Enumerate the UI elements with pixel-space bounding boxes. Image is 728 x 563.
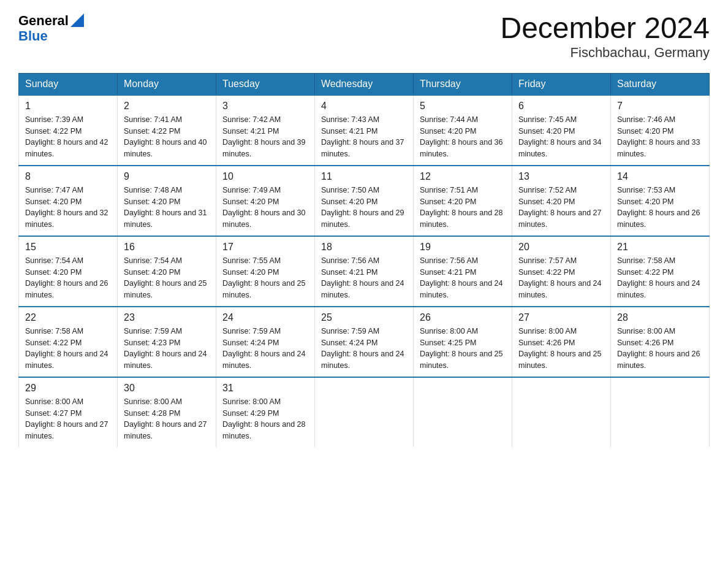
- day-info: Sunrise: 8:00 AMSunset: 4:26 PMDaylight:…: [617, 327, 700, 370]
- table-row: 14 Sunrise: 7:53 AMSunset: 4:20 PMDaylig…: [611, 166, 710, 236]
- table-row: 4 Sunrise: 7:43 AMSunset: 4:21 PMDayligh…: [315, 95, 414, 166]
- day-info: Sunrise: 8:00 AMSunset: 4:27 PMDaylight:…: [25, 397, 108, 440]
- day-info: Sunrise: 7:39 AMSunset: 4:22 PMDaylight:…: [25, 115, 108, 158]
- day-info: Sunrise: 7:58 AMSunset: 4:22 PMDaylight:…: [25, 327, 108, 370]
- table-row: 3 Sunrise: 7:42 AMSunset: 4:21 PMDayligh…: [216, 95, 315, 166]
- day-number: 25: [321, 312, 407, 323]
- day-number: 20: [518, 242, 604, 253]
- day-info: Sunrise: 8:00 AMSunset: 4:26 PMDaylight:…: [518, 327, 602, 370]
- day-info: Sunrise: 7:54 AMSunset: 4:20 PMDaylight:…: [124, 256, 207, 299]
- day-info: Sunrise: 8:00 AMSunset: 4:29 PMDaylight:…: [222, 397, 306, 440]
- day-number: 5: [420, 101, 506, 112]
- day-number: 12: [420, 171, 506, 182]
- calendar-week-row: 29 Sunrise: 8:00 AMSunset: 4:27 PMDaylig…: [19, 377, 710, 447]
- calendar-header-row: Sunday Monday Tuesday Wednesday Thursday…: [19, 73, 710, 95]
- day-info: Sunrise: 7:56 AMSunset: 4:21 PMDaylight:…: [321, 256, 404, 299]
- table-row: 9 Sunrise: 7:48 AMSunset: 4:20 PMDayligh…: [118, 166, 216, 236]
- table-row: 12 Sunrise: 7:51 AMSunset: 4:20 PMDaylig…: [414, 166, 512, 236]
- table-row: 19 Sunrise: 7:56 AMSunset: 4:21 PMDaylig…: [414, 236, 512, 307]
- day-number: 1: [25, 101, 111, 112]
- table-row: [512, 377, 611, 447]
- table-row: 11 Sunrise: 7:50 AMSunset: 4:20 PMDaylig…: [315, 166, 414, 236]
- title-section: December 2024 Fischbachau, Germany: [500, 12, 710, 61]
- day-info: Sunrise: 8:00 AMSunset: 4:28 PMDaylight:…: [124, 397, 207, 440]
- day-info: Sunrise: 7:45 AMSunset: 4:20 PMDaylight:…: [518, 115, 602, 158]
- day-number: 21: [617, 242, 703, 253]
- col-thursday: Thursday: [414, 73, 512, 95]
- day-info: Sunrise: 7:59 AMSunset: 4:23 PMDaylight:…: [124, 327, 207, 370]
- table-row: 23 Sunrise: 7:59 AMSunset: 4:23 PMDaylig…: [118, 307, 216, 377]
- day-number: 18: [321, 242, 407, 253]
- logo-general-text: General: [18, 13, 69, 29]
- table-row: 30 Sunrise: 8:00 AMSunset: 4:28 PMDaylig…: [118, 377, 216, 447]
- table-row: 25 Sunrise: 7:59 AMSunset: 4:24 PMDaylig…: [315, 307, 414, 377]
- table-row: 6 Sunrise: 7:45 AMSunset: 4:20 PMDayligh…: [512, 95, 611, 166]
- table-row: [611, 377, 710, 447]
- table-row: 28 Sunrise: 8:00 AMSunset: 4:26 PMDaylig…: [611, 307, 710, 377]
- day-info: Sunrise: 7:42 AMSunset: 4:21 PMDaylight:…: [222, 115, 306, 158]
- day-number: 9: [124, 171, 210, 182]
- day-info: Sunrise: 7:47 AMSunset: 4:20 PMDaylight:…: [25, 186, 108, 229]
- table-row: 1 Sunrise: 7:39 AMSunset: 4:22 PMDayligh…: [19, 95, 118, 166]
- day-number: 2: [124, 101, 210, 112]
- day-info: Sunrise: 7:43 AMSunset: 4:21 PMDaylight:…: [321, 115, 404, 158]
- calendar-week-row: 1 Sunrise: 7:39 AMSunset: 4:22 PMDayligh…: [19, 95, 710, 166]
- day-number: 7: [617, 101, 703, 112]
- location: Fischbachau, Germany: [500, 45, 710, 61]
- col-wednesday: Wednesday: [315, 73, 414, 95]
- page-header: General Blue December 2024 Fischbachau, …: [18, 12, 710, 61]
- day-info: Sunrise: 7:56 AMSunset: 4:21 PMDaylight:…: [420, 256, 503, 299]
- day-info: Sunrise: 7:51 AMSunset: 4:20 PMDaylight:…: [420, 186, 503, 229]
- day-number: 27: [518, 312, 604, 323]
- day-number: 30: [124, 383, 210, 394]
- logo-triangle-icon: [70, 13, 84, 27]
- day-info: Sunrise: 7:49 AMSunset: 4:20 PMDaylight:…: [222, 186, 306, 229]
- day-info: Sunrise: 8:00 AMSunset: 4:25 PMDaylight:…: [420, 327, 503, 370]
- col-tuesday: Tuesday: [216, 73, 315, 95]
- day-number: 11: [321, 171, 407, 182]
- calendar-week-row: 15 Sunrise: 7:54 AMSunset: 4:20 PMDaylig…: [19, 236, 710, 307]
- day-info: Sunrise: 7:59 AMSunset: 4:24 PMDaylight:…: [222, 327, 306, 370]
- table-row: 26 Sunrise: 8:00 AMSunset: 4:25 PMDaylig…: [414, 307, 512, 377]
- col-friday: Friday: [512, 73, 611, 95]
- logo: General Blue: [18, 12, 84, 44]
- day-info: Sunrise: 7:53 AMSunset: 4:20 PMDaylight:…: [617, 186, 700, 229]
- day-number: 6: [518, 101, 604, 112]
- day-number: 22: [25, 312, 111, 323]
- table-row: 21 Sunrise: 7:58 AMSunset: 4:22 PMDaylig…: [611, 236, 710, 307]
- day-info: Sunrise: 7:52 AMSunset: 4:20 PMDaylight:…: [518, 186, 602, 229]
- day-number: 23: [124, 312, 210, 323]
- day-number: 10: [222, 171, 308, 182]
- table-row: [315, 377, 414, 447]
- day-info: Sunrise: 7:50 AMSunset: 4:20 PMDaylight:…: [321, 186, 404, 229]
- table-row: 22 Sunrise: 7:58 AMSunset: 4:22 PMDaylig…: [19, 307, 118, 377]
- table-row: 7 Sunrise: 7:46 AMSunset: 4:20 PMDayligh…: [611, 95, 710, 166]
- month-title: December 2024: [500, 12, 710, 45]
- day-info: Sunrise: 7:57 AMSunset: 4:22 PMDaylight:…: [518, 256, 602, 299]
- table-row: 8 Sunrise: 7:47 AMSunset: 4:20 PMDayligh…: [19, 166, 118, 236]
- table-row: 16 Sunrise: 7:54 AMSunset: 4:20 PMDaylig…: [118, 236, 216, 307]
- calendar-week-row: 22 Sunrise: 7:58 AMSunset: 4:22 PMDaylig…: [19, 307, 710, 377]
- col-monday: Monday: [118, 73, 216, 95]
- day-number: 15: [25, 242, 111, 253]
- day-number: 31: [222, 383, 308, 394]
- calendar-table: Sunday Monday Tuesday Wednesday Thursday…: [18, 73, 710, 447]
- day-number: 19: [420, 242, 506, 253]
- table-row: 2 Sunrise: 7:41 AMSunset: 4:22 PMDayligh…: [118, 95, 216, 166]
- svg-marker-0: [70, 13, 84, 27]
- day-number: 29: [25, 383, 111, 394]
- day-number: 3: [222, 101, 308, 112]
- table-row: 10 Sunrise: 7:49 AMSunset: 4:20 PMDaylig…: [216, 166, 315, 236]
- table-row: 27 Sunrise: 8:00 AMSunset: 4:26 PMDaylig…: [512, 307, 611, 377]
- table-row: 15 Sunrise: 7:54 AMSunset: 4:20 PMDaylig…: [19, 236, 118, 307]
- col-saturday: Saturday: [611, 73, 710, 95]
- day-info: Sunrise: 7:44 AMSunset: 4:20 PMDaylight:…: [420, 115, 503, 158]
- day-info: Sunrise: 7:46 AMSunset: 4:20 PMDaylight:…: [617, 115, 700, 158]
- day-number: 8: [25, 171, 111, 182]
- table-row: 18 Sunrise: 7:56 AMSunset: 4:21 PMDaylig…: [315, 236, 414, 307]
- table-row: 20 Sunrise: 7:57 AMSunset: 4:22 PMDaylig…: [512, 236, 611, 307]
- table-row: [414, 377, 512, 447]
- calendar-week-row: 8 Sunrise: 7:47 AMSunset: 4:20 PMDayligh…: [19, 166, 710, 236]
- day-info: Sunrise: 7:48 AMSunset: 4:20 PMDaylight:…: [124, 186, 207, 229]
- table-row: 13 Sunrise: 7:52 AMSunset: 4:20 PMDaylig…: [512, 166, 611, 236]
